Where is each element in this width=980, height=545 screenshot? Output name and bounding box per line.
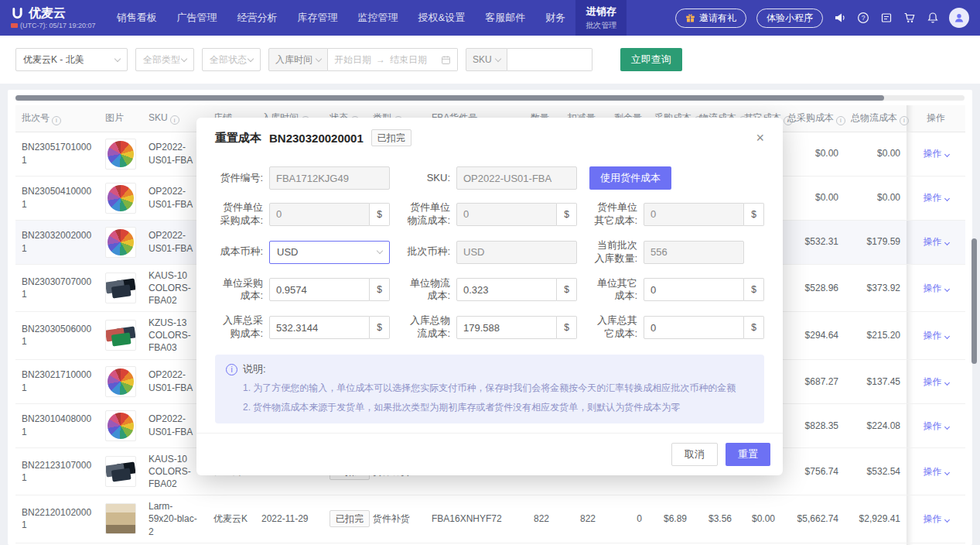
vertical-scrollbar-thumb[interactable] <box>971 238 977 364</box>
chevron-down-icon <box>944 517 949 523</box>
nav-item[interactable]: 进销存批次管理 <box>575 0 627 36</box>
product-thumbnail[interactable] <box>105 272 136 303</box>
note-line: 1. 为了方便您的输入，单位成本可以选择您实际支付币种，保存时我们会将金额按今天… <box>243 381 753 396</box>
row-action-button[interactable]: 操作 <box>924 376 949 387</box>
nav-item-label: 授权&设置 <box>418 11 466 25</box>
field-label: 货件单位采购成本: <box>215 201 263 228</box>
column-header-tpcost: 总采购成本i <box>781 105 845 132</box>
unit-purchase-cost-input[interactable] <box>269 278 370 301</box>
field-label: 货件单位物流成本: <box>402 201 450 228</box>
field-label: 入库总其它成本: <box>589 314 637 341</box>
cell-tpcost: $0.00 <box>781 176 845 220</box>
column-header-op: 操作 <box>907 105 965 132</box>
miniapp-button[interactable]: 体验小程序 <box>756 9 823 28</box>
chevron-down-icon <box>377 248 383 254</box>
product-thumbnail[interactable] <box>105 366 136 397</box>
timezone-clock: (UTC-7): 05/17 19:20:07 <box>11 22 96 29</box>
total-logistics-cost-input[interactable] <box>456 316 557 339</box>
shipment-unit-purchase-cost-input <box>269 203 370 226</box>
modal-header: 重置成本 BN230320020001 已扣完 × <box>196 118 783 156</box>
feedback-icon[interactable] <box>879 12 893 25</box>
close-icon[interactable]: × <box>756 131 764 145</box>
chevron-down-icon <box>316 55 322 61</box>
chevron-down-icon <box>944 286 949 292</box>
time-field-select[interactable]: 入库时间 <box>268 48 328 71</box>
search-button[interactable]: 立即查询 <box>620 48 682 71</box>
status-select[interactable]: 全部状态 <box>202 48 261 71</box>
nav-item[interactable]: 销售看板 <box>107 0 167 36</box>
field-shipment-unit-logistics-cost: 货件单位物流成本: $ <box>402 201 577 228</box>
nav-item-label: 客服邮件 <box>485 11 525 25</box>
row-action-button[interactable]: 操作 <box>924 330 949 341</box>
unit-other-cost-input[interactable] <box>644 278 744 301</box>
nav-item[interactable]: 授权&设置 <box>408 0 476 36</box>
cell-img <box>99 132 142 176</box>
status-badge: 已扣完 <box>371 129 411 146</box>
nav-right: 邀请有礼 体验小程序 ? <box>675 0 969 36</box>
horizontal-scrollbar[interactable] <box>15 95 965 101</box>
timezone-text: (UTC-7): 05/17 19:20:07 <box>20 22 96 29</box>
sku-search-input[interactable] <box>507 48 592 71</box>
user-avatar[interactable] <box>949 8 969 28</box>
total-other-cost-input[interactable] <box>644 316 744 339</box>
product-thumbnail[interactable] <box>105 320 136 351</box>
flag-icon <box>11 23 18 28</box>
row-action-button[interactable]: 操作 <box>924 192 949 203</box>
chevron-down-icon <box>494 55 500 61</box>
product-thumbnail[interactable] <box>105 503 136 534</box>
field-shipment-unit-purchase-cost: 货件单位采购成本: $ <box>215 201 390 228</box>
type-select[interactable]: 全部类型 <box>135 48 194 71</box>
row-action-button[interactable]: 操作 <box>924 148 949 159</box>
sku-input <box>456 166 577 190</box>
product-thumbnail[interactable] <box>105 410 136 441</box>
row-action-button[interactable]: 操作 <box>924 466 949 477</box>
cell-type: 货件补货 <box>367 495 425 543</box>
product-thumbnail[interactable] <box>105 183 136 214</box>
cell-tlcost: $224.08 <box>845 403 907 447</box>
field-shipment-unit-other-cost: 货件单位其它成本: $ <box>589 201 764 228</box>
row-action-button[interactable]: 操作 <box>924 420 949 431</box>
cost-currency-select[interactable]: USD <box>269 241 390 264</box>
row-action-button[interactable]: 操作 <box>924 236 949 247</box>
product-thumbnail[interactable] <box>105 456 136 487</box>
currency-addon: $ <box>370 203 390 226</box>
nav-item[interactable]: 财务 <box>535 0 575 36</box>
unit-logistics-cost-input[interactable] <box>456 278 557 301</box>
nav-item[interactable]: 广告管理 <box>167 0 227 36</box>
help-icon[interactable]: ? <box>856 12 869 25</box>
nav-item[interactable]: 经营分析 <box>227 0 288 36</box>
cart-icon[interactable] <box>903 12 916 25</box>
row-action-button[interactable]: 操作 <box>924 283 949 293</box>
row-action-button[interactable]: 操作 <box>924 513 949 524</box>
shop-select[interactable]: 优麦云K - 北美 <box>15 48 128 71</box>
cell-tpcost: $5,662.74 <box>781 495 845 543</box>
cell-tlcost: $215.20 <box>845 312 907 360</box>
field-label: 单位物流成本: <box>402 277 450 303</box>
date-range-picker[interactable]: 开始日期 → 结束日期 <box>328 48 458 71</box>
cell-op: 操作 <box>907 403 965 447</box>
cell-img <box>99 220 142 264</box>
product-thumbnail[interactable] <box>105 227 136 258</box>
nav-item[interactable]: 监控管理 <box>348 0 408 36</box>
use-shipment-cost-button[interactable]: 使用货件成本 <box>589 166 671 190</box>
cancel-button[interactable]: 取消 <box>671 443 718 466</box>
chevron-down-icon <box>944 240 949 245</box>
column-header-label: SKU <box>149 112 168 123</box>
sku-field-select[interactable]: SKU <box>466 48 507 71</box>
column-header-label: 批次号 <box>22 112 50 123</box>
currency-addon: $ <box>557 203 577 226</box>
invite-button[interactable]: 邀请有礼 <box>675 9 746 28</box>
bell-icon[interactable] <box>926 12 939 25</box>
reset-button[interactable]: 重置 <box>726 443 770 466</box>
sku-filter-group: SKU <box>466 48 592 71</box>
product-thumbnail[interactable] <box>105 139 136 170</box>
horizontal-scrollbar-thumb[interactable] <box>15 95 884 101</box>
column-header-label: 总物流成本 <box>851 112 897 123</box>
nav-item[interactable]: 库存管理 <box>288 0 348 36</box>
announcement-icon[interactable] <box>833 12 846 25</box>
invite-button-label: 邀请有礼 <box>699 12 736 25</box>
total-purchase-cost-input[interactable] <box>269 316 370 339</box>
field-shipment-number: 货件编号: <box>215 166 390 190</box>
nav-item[interactable]: 客服邮件 <box>475 0 535 36</box>
chevron-down-icon <box>944 196 949 201</box>
